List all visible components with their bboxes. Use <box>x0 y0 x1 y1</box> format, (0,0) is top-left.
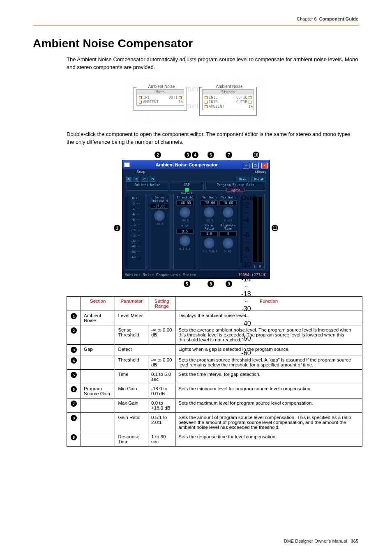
sense-knob[interactable] <box>154 210 165 221</box>
editor-window: Ambient Noise Compensator – □ × Snap A B… <box>122 160 270 279</box>
callout-5: 5 <box>184 281 190 287</box>
bypass-button[interactable]: Bypass <box>226 188 244 192</box>
figure-editor-window: 2 3 4 6 7 10 1 11 5 8 9 Ambient Noise Co… <box>33 152 359 289</box>
callout-3: 3 <box>184 152 191 158</box>
col-num <box>67 297 81 311</box>
max-knob[interactable] <box>222 207 234 218</box>
snap-d[interactable]: D <box>150 177 155 182</box>
section-ambient: Ambient Noise <box>127 182 168 187</box>
table-row: 9Response Time1 to 60 secSets the respon… <box>67 432 362 447</box>
chapter-title: Component Guide <box>319 16 358 21</box>
section-program: Program Source Gain <box>206 182 265 187</box>
gap-group: Threshold -40.00 -60 0 Time 0.5 0.1 5.0 <box>173 194 196 269</box>
intro-paragraph-2: Double-click the component to open the c… <box>67 131 359 146</box>
program-gain-group: Min Gain -18.00 -18 0 Max Gain 18.00 <box>199 194 238 269</box>
running-header: Chapter 6 Component Guide <box>297 16 358 21</box>
status-bar: Ambient Noise Compensator Stereo 10084 (… <box>122 271 270 279</box>
col-function: Function <box>175 297 362 311</box>
resp-knob[interactable] <box>222 237 234 249</box>
ratio-value[interactable]: 1.0 <box>201 231 218 236</box>
callout-2: 2 <box>154 152 161 158</box>
thresh-value[interactable]: -40.00 <box>176 200 194 205</box>
table-row: 3GapDetectLights when a gap is detected … <box>67 345 362 355</box>
header-rule <box>33 25 359 26</box>
callout-6: 6 <box>208 152 214 158</box>
col-section: Section <box>81 297 115 311</box>
callout-8: 8 <box>208 281 214 287</box>
time-knob[interactable] <box>179 235 191 246</box>
sense-threshold-group: Sense Threshold -24.00 -60 0 <box>148 194 171 269</box>
table-row: 4Threshold-∞ to 0.00 dBSets the program … <box>67 355 362 370</box>
table-row: 5Time0.1 to 5.0 secSets the time interva… <box>67 370 362 384</box>
resp-value[interactable]: 3 <box>219 231 237 236</box>
snap-label: Snap <box>136 170 145 174</box>
block-stereo-sub: Stereo <box>203 90 254 95</box>
callout-10: 10 <box>253 152 259 158</box>
window-title: Ambient Noise Compensator <box>130 162 242 167</box>
figure-component-blocks: E Designer M Desig E Designer M Desig Am… <box>33 77 359 125</box>
page-title: Ambient Noise Compensator <box>33 37 359 50</box>
footer-book: DME Designer Owner's Manual <box>284 539 347 543</box>
sense-value[interactable]: -24.00 <box>151 204 168 209</box>
callout-11: 11 <box>272 225 278 231</box>
ambient-meter: Over-2 ··-4 ··-6 ··-8 ··-10 ··-14 ··-18 … <box>126 194 145 269</box>
snap-a[interactable]: A <box>126 177 131 182</box>
block-mono-sub: Mono <box>137 90 184 95</box>
table-row: 8Gain Ratio0.5:1 to 2.0:1Sets the amount… <box>67 413 362 432</box>
time-value[interactable]: 0.5 <box>176 229 194 234</box>
callout-7: 7 <box>226 152 232 158</box>
footer-page: 365 <box>351 539 358 543</box>
ratio-knob[interactable] <box>203 237 215 249</box>
callout-4: 4 <box>192 152 198 158</box>
col-parameter: Parameter <box>115 297 148 311</box>
table-row: 6Program Source GainMin Gain-18.0 to 0.0… <box>67 384 362 398</box>
min-value[interactable]: -18.00 <box>201 200 218 205</box>
window-icon <box>124 162 130 167</box>
col-range: Setting Range <box>148 297 175 311</box>
table-row: 2Sense Threshold-∞ to 0.00 dBSets the av… <box>67 325 362 345</box>
output-meter: Over-2 ··-4 ··-6 ··-8 ··-10 ··-14 ··-18 … <box>241 194 265 269</box>
parameter-table: Section Parameter Setting Range Function… <box>67 296 362 447</box>
status-left: Ambient Noise Compensator Stereo <box>125 273 196 277</box>
callout-1: 1 <box>114 225 120 231</box>
status-right: 10084 (2714H) <box>238 273 267 277</box>
snap-b[interactable]: B <box>134 177 139 182</box>
table-row: 7Max Gain0.0 to +18.0 dBSets the maximum… <box>67 398 362 413</box>
callout-9: 9 <box>226 281 232 287</box>
chapter-label: Chapter 6 <box>297 16 316 21</box>
max-value[interactable]: 18.00 <box>219 200 237 205</box>
block-mono: Ambient Noise Compensator Mono IN1 OUT1 … <box>134 87 187 111</box>
intro-paragraph-1: The Ambient Noise Compensator automatica… <box>67 56 359 71</box>
library-label: Library <box>255 170 266 174</box>
thresh-knob[interactable] <box>179 207 191 218</box>
block-stereo: Ambient Noise Compensator(2) Stereo IN1L… <box>199 87 257 116</box>
min-knob[interactable] <box>203 207 215 218</box>
footer: DME Designer Owner's Manual 365 <box>284 539 358 543</box>
snap-c[interactable]: C <box>142 177 148 182</box>
table-row: 1Ambient NoiseLevel MeterDisplays the am… <box>67 311 362 325</box>
